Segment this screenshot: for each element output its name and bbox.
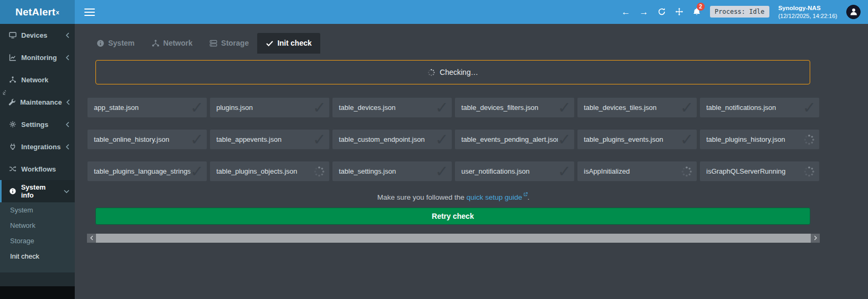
host-name: Synology-NAS	[778, 4, 837, 12]
check-icon: ✓	[558, 161, 571, 181]
navbar-right: ← → 2 Process: Idle Synology-NAS (12/12/…	[621, 4, 861, 20]
check-card-table-plugins-history: table_plugins_history.json	[700, 130, 819, 149]
tab-label: System	[108, 39, 135, 47]
devices-icon	[8, 31, 17, 39]
submenu-label: Storage	[10, 237, 34, 245]
sidebar-item-label: Workflows	[21, 165, 56, 173]
scroll-left-button[interactable]	[87, 234, 96, 243]
sidebar: Devices Monitoring Network Maintenance S…	[0, 24, 75, 299]
top-navbar: NetAlertx ← → 2 Process: Idle Synology-N…	[0, 0, 868, 24]
brand-logo[interactable]: NetAlertx	[0, 0, 75, 24]
sidebar-item-label: System info	[21, 183, 59, 199]
check-card-table-notifications: table_notifications.json✓	[700, 98, 819, 117]
retry-check-button[interactable]: Retry check	[95, 208, 810, 225]
scroll-right-button[interactable]	[811, 234, 820, 243]
sidebar-item-workflows[interactable]: Workflows	[0, 158, 75, 180]
check-label: table_appevents.json	[216, 135, 313, 143]
spinner-icon	[803, 166, 815, 177]
sidebar-item-integrations[interactable]: Integrations	[0, 135, 75, 158]
sidebar-item-system-info[interactable]: System info	[0, 180, 75, 202]
sidebar-item-maintenance[interactable]: Maintenance	[0, 91, 75, 113]
navbar-main: ← → 2 Process: Idle Synology-NAS (12/12/…	[75, 0, 868, 24]
submenu-item-init-check[interactable]: Init check	[0, 249, 75, 264]
notification-count-badge: 2	[697, 3, 705, 11]
user-avatar[interactable]	[846, 5, 861, 19]
check-label: table_devices.json	[339, 104, 435, 112]
tab-network[interactable]: Network	[143, 33, 201, 54]
check-icon: ✓	[190, 161, 204, 181]
tab-system[interactable]: System	[88, 33, 143, 54]
check-cards-grid: app_state.json✓ plugins.json✓ table_devi…	[87, 98, 819, 181]
check-card-table-devices-filters: table_devices_filters.json✓	[455, 98, 574, 117]
check-card-table-devices-tiles: table_devices_tiles.json✓	[577, 98, 697, 117]
check-label: table_events_pending_alert.json	[461, 135, 558, 143]
settings-icon	[8, 121, 17, 128]
tab-label: Init check	[277, 39, 312, 47]
check-label: table_plugins_history.json	[706, 135, 803, 143]
chevron-down-icon	[64, 190, 69, 193]
setup-note: Make sure you followed the quick setup g…	[87, 192, 819, 201]
notifications-bell[interactable]: 2	[692, 7, 701, 16]
submenu-item-storage[interactable]: Storage	[0, 233, 75, 249]
back-arrow-icon[interactable]: ←	[621, 7, 630, 16]
fullscreen-move-icon[interactable]	[675, 7, 683, 16]
sidebar-item-network[interactable]: Network	[0, 69, 75, 91]
forward-arrow-icon[interactable]: →	[639, 7, 648, 16]
check-label: table_online_history.json	[94, 135, 190, 143]
checking-status-box: Checking…	[95, 60, 810, 84]
check-icon: ✓	[558, 130, 571, 149]
maintenance-icon	[8, 98, 16, 106]
scrollbar-thumb[interactable]	[96, 234, 811, 243]
sidebar-footer-strip	[0, 286, 75, 299]
sidebar-item-label: Integrations	[21, 143, 60, 151]
info-icon	[97, 39, 104, 47]
system-info-submenu: System Network Storage Init check	[0, 202, 75, 272]
check-card-is-graphql-server-running: isGraphQLServerRunning	[700, 161, 819, 181]
check-icon: ✓	[313, 130, 326, 149]
check-card-app-state: app_state.json✓	[87, 98, 207, 117]
check-card-table-settings: table_settings.json✓	[332, 161, 452, 181]
submenu-item-network[interactable]: Network	[0, 218, 75, 233]
sidebar-item-label: Network	[21, 76, 48, 84]
sidebar-item-label: Maintenance	[20, 98, 62, 106]
check-icon: ✓	[680, 130, 694, 149]
check-icon: ✓	[190, 130, 204, 149]
spinner-icon	[803, 134, 815, 146]
tab-label: Network	[163, 39, 192, 47]
integrations-icon	[8, 143, 17, 150]
check-label: app_state.json	[94, 104, 190, 112]
submenu-item-system[interactable]: System	[0, 202, 75, 218]
check-card-table-custom-endpoint: table_custom_endpoint.json✓	[332, 130, 452, 149]
monitoring-icon	[8, 54, 17, 61]
check-label: plugins.json	[216, 104, 313, 112]
sidebar-item-label: Settings	[21, 121, 48, 129]
sidebar-item-devices[interactable]: Devices	[0, 24, 75, 46]
sidebar-toggle-icon[interactable]	[84, 6, 95, 18]
submenu-label: Init check	[10, 252, 39, 260]
tab-storage[interactable]: Storage	[201, 33, 257, 54]
init-check-panel: Checking… app_state.json✓ plugins.json✓ …	[87, 60, 819, 243]
brand-text: NetAlert	[15, 6, 56, 18]
note-prefix: Make sure you followed the	[378, 193, 467, 201]
sidebar-item-settings[interactable]: Settings	[0, 113, 75, 135]
check-label: isAppInitialized	[584, 167, 681, 175]
spinner-icon	[427, 69, 435, 76]
check-label: table_notifications.json	[706, 104, 803, 112]
note-suffix: .	[528, 193, 530, 201]
tab-init-check[interactable]: Init check	[257, 33, 320, 54]
host-timestamp: (12/12/2025, 14:22:16)	[778, 12, 837, 20]
refresh-icon[interactable]	[657, 7, 666, 16]
sidebar-item-monitoring[interactable]: Monitoring	[0, 46, 75, 69]
process-status-badge: Process: Idle	[710, 6, 769, 18]
horizontal-scrollbar[interactable]	[87, 234, 820, 243]
tab-bar: System Network Storage Init check	[88, 33, 868, 54]
check-label: table_devices_filters.json	[461, 104, 558, 112]
quick-setup-guide-link[interactable]: quick setup guide	[467, 193, 522, 201]
check-label: table_devices_tiles.json	[584, 104, 680, 112]
check-card-user-notifications: user_notifications.json✓	[455, 161, 574, 181]
check-label: isGraphQLServerRunning	[706, 167, 803, 175]
check-label: table_custom_endpoint.json	[339, 135, 435, 143]
check-label: table_settings.json	[339, 167, 435, 175]
check-label: table_plugins_objects.json	[216, 167, 313, 175]
brand-sup: x	[56, 9, 59, 15]
